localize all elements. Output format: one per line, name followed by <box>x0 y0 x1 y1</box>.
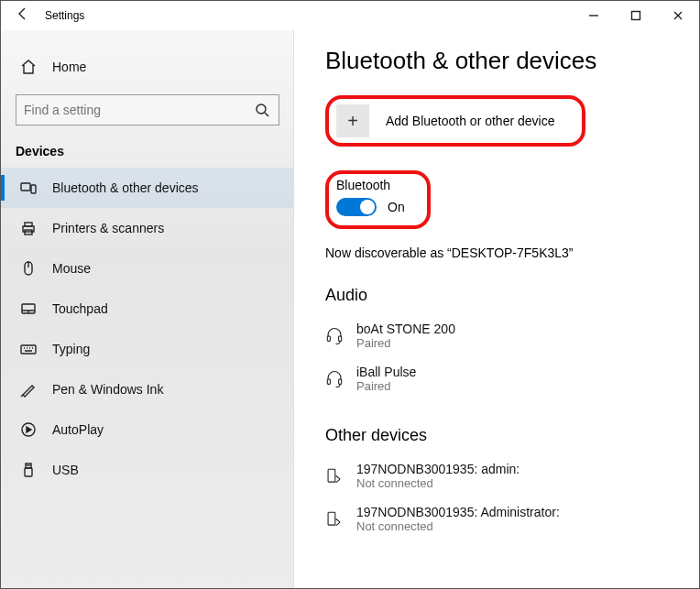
sidebar-item-pen[interactable]: Pen & Windows Ink <box>1 369 294 409</box>
nav-label: Typing <box>52 342 90 356</box>
close-button[interactable] <box>657 1 699 30</box>
titlebar: Settings <box>1 1 699 30</box>
svg-rect-0 <box>632 12 640 20</box>
pen-icon <box>19 380 38 398</box>
touchpad-icon <box>19 300 38 318</box>
svg-point-1 <box>257 104 266 114</box>
nav-label: Bluetooth & other devices <box>52 180 199 195</box>
discoverable-text: Now discoverable as “DESKTOP-7F5K3L3” <box>325 245 681 260</box>
main-panel: Bluetooth & other devices + Add Bluetoot… <box>294 30 699 588</box>
sidebar-item-mouse[interactable]: Mouse <box>1 248 294 289</box>
other-devices-header: Other devices <box>325 426 681 445</box>
svg-rect-13 <box>327 336 330 341</box>
device-status: Not connected <box>356 519 560 533</box>
bluetooth-state: On <box>388 200 405 214</box>
home-label: Home <box>52 60 86 74</box>
svg-rect-16 <box>339 379 342 384</box>
minimize-button[interactable] <box>573 1 615 30</box>
device-name: 197NODNB3001935: admin: <box>356 462 520 476</box>
printer-icon <box>19 219 38 237</box>
device-name: iBall Pulse <box>356 365 416 379</box>
device-status: Not connected <box>356 476 520 490</box>
device-name: 197NODNB3001935: Administrator: <box>356 505 560 519</box>
sidebar-item-bluetooth[interactable]: Bluetooth & other devices <box>1 168 294 208</box>
annotation-bluetooth-toggle: Bluetooth On <box>325 170 431 229</box>
sidebar-item-typing[interactable]: Typing <box>1 329 294 369</box>
maximize-button[interactable] <box>615 1 657 30</box>
audio-device-row[interactable]: iBall Pulse Paired <box>325 357 681 400</box>
nav-label: AutoPlay <box>52 422 104 437</box>
headset-icon <box>325 370 344 388</box>
nav-label: Printers & scanners <box>52 221 164 235</box>
nav-label: Mouse <box>52 261 91 276</box>
mouse-icon <box>19 259 38 278</box>
search-field[interactable] <box>24 103 253 117</box>
window-title: Settings <box>45 9 573 22</box>
sidebar-item-usb[interactable]: USB <box>1 450 294 490</box>
bluetooth-toggle[interactable] <box>336 198 377 216</box>
page-title: Bluetooth & other devices <box>325 47 681 75</box>
svg-rect-14 <box>339 336 342 341</box>
search-input[interactable] <box>16 94 279 125</box>
sidebar-item-autoplay[interactable]: AutoPlay <box>1 409 294 450</box>
back-button[interactable] <box>1 6 45 25</box>
annotation-add-device: + Add Bluetooth or other device <box>325 95 585 147</box>
svg-rect-12 <box>25 468 32 476</box>
svg-rect-3 <box>31 185 36 193</box>
device-status: Paired <box>356 336 455 350</box>
device-status: Paired <box>356 379 416 393</box>
home-icon <box>19 58 38 76</box>
bluetooth-label: Bluetooth <box>336 178 405 192</box>
sidebar-item-touchpad[interactable]: Touchpad <box>1 289 294 329</box>
sidebar-item-printers[interactable]: Printers & scanners <box>1 208 294 248</box>
svg-rect-11 <box>26 464 31 468</box>
usb-icon <box>19 461 38 479</box>
svg-rect-2 <box>21 183 30 191</box>
devices-icon <box>19 179 38 197</box>
device-name: boAt STONE 200 <box>356 322 455 336</box>
nav-label: Pen & Windows Ink <box>52 382 163 397</box>
phone-link-icon <box>325 510 344 529</box>
svg-rect-15 <box>327 379 330 384</box>
search-icon <box>253 101 271 119</box>
nav-label: Touchpad <box>52 301 108 316</box>
add-device-button[interactable]: + Add Bluetooth or other device <box>336 104 574 137</box>
sidebar-group-header: Devices <box>1 131 294 168</box>
nav-label: USB <box>52 463 79 477</box>
svg-rect-5 <box>25 223 32 226</box>
phone-link-icon <box>325 467 344 485</box>
audio-header: Audio <box>325 286 681 305</box>
autoplay-icon <box>19 420 38 439</box>
audio-device-row[interactable]: boAt STONE 200 Paired <box>325 314 681 357</box>
add-device-label: Add Bluetooth or other device <box>386 114 554 128</box>
settings-window: Settings Home Device <box>0 0 700 589</box>
headset-icon <box>325 327 344 345</box>
keyboard-icon <box>19 340 38 358</box>
plus-icon: + <box>336 104 369 137</box>
other-device-row[interactable]: 197NODNB3001935: admin: Not connected <box>325 454 681 497</box>
other-device-row[interactable]: 197NODNB3001935: Administrator: Not conn… <box>325 497 681 540</box>
sidebar: Home Devices Bluetooth & other devices P… <box>1 30 294 588</box>
svg-rect-9 <box>21 345 36 354</box>
home-nav[interactable]: Home <box>1 47 294 87</box>
svg-rect-18 <box>328 512 335 525</box>
svg-rect-17 <box>328 469 335 482</box>
